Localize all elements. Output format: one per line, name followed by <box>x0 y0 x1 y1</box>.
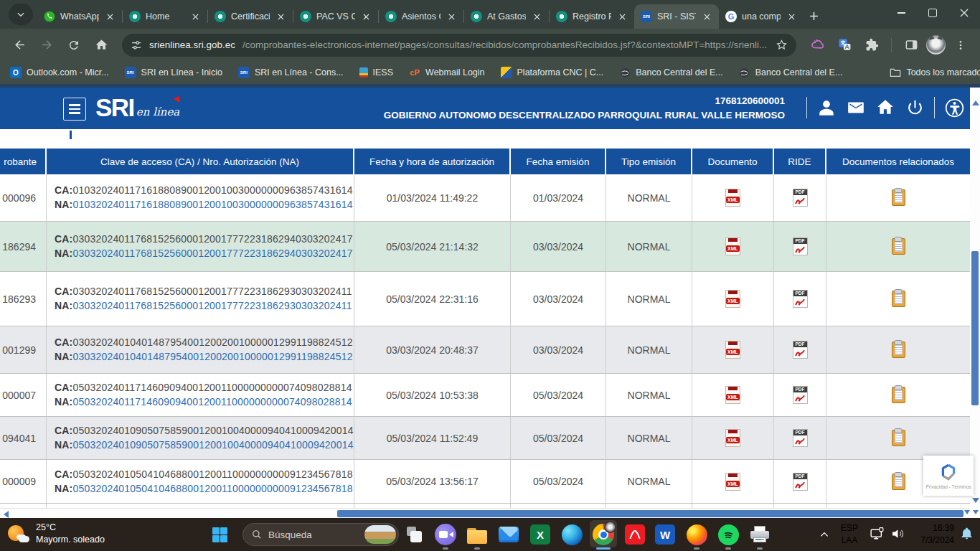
user-profile-icon[interactable] <box>816 98 837 118</box>
bookmark-star-icon[interactable] <box>776 39 788 51</box>
menu-hamburger-button[interactable] <box>63 98 86 121</box>
app-printer-icon[interactable] <box>749 524 771 545</box>
app-file-explorer-icon[interactable] <box>466 524 488 545</box>
numero-autorizacion-link[interactable]: NA:0503202401090507585900120010040000940… <box>55 438 354 452</box>
app-firefox-icon[interactable] <box>686 524 707 545</box>
xml-download-icon[interactable]: XML <box>725 237 740 255</box>
col-header-tipo-emision[interactable]: Tipo emisión <box>606 149 692 174</box>
app-word-icon[interactable]: W <box>654 524 676 545</box>
network-icon[interactable] <box>870 527 885 541</box>
horizontal-scrollbar[interactable] <box>0 508 970 518</box>
all-bookmarks-button[interactable]: Todos los marcadores <box>890 67 980 77</box>
scroll-up-arrow[interactable] <box>972 100 979 105</box>
pdf-ride-icon[interactable]: PDF <box>793 386 808 404</box>
xml-download-icon[interactable]: XML <box>725 429 740 447</box>
scroll-down-arrow[interactable] <box>972 498 979 503</box>
logout-power-icon[interactable] <box>905 98 925 118</box>
related-documents-icon[interactable] <box>892 291 905 307</box>
pdf-ride-icon[interactable]: PDF <box>793 189 808 207</box>
bookmark-sri-consultas[interactable]: SRISRI en Línea - Cons... <box>238 67 344 78</box>
col-header-relacionados[interactable]: Documentos relacionados <box>826 149 970 174</box>
taskbar-search-box[interactable]: Búsqueda <box>242 523 399 546</box>
numero-autorizacion-link[interactable]: NA:0303202401176815256000120017772231862… <box>55 247 353 260</box>
app-excel-icon[interactable]: X <box>529 524 551 545</box>
accessibility-icon[interactable] <box>944 98 964 118</box>
profile-avatar[interactable] <box>926 35 946 55</box>
related-documents-icon[interactable] <box>892 474 905 490</box>
tab-close-button[interactable] <box>189 11 201 22</box>
bookmark-outlook[interactable]: OOutlook.com - Micr... <box>10 67 109 78</box>
browser-tab-whatsapp[interactable]: WhatsApp <box>37 4 122 29</box>
tab-close-button[interactable] <box>531 11 542 22</box>
app-acrobat-icon[interactable] <box>624 524 646 545</box>
app-mail-icon[interactable] <box>498 524 519 545</box>
app-meet-icon[interactable] <box>435 524 456 545</box>
new-tab-button[interactable] <box>804 6 824 26</box>
xml-download-icon[interactable]: XML <box>725 473 740 491</box>
tray-language-indicator[interactable]: ESP LAA <box>841 522 858 547</box>
browser-tab-registro[interactable]: Registro P <box>550 4 634 29</box>
pdf-ride-icon[interactable]: PDF <box>793 237 808 255</box>
app-edge-icon[interactable] <box>561 524 583 545</box>
window-minimize-button[interactable] <box>885 0 917 26</box>
home-button[interactable] <box>89 33 113 57</box>
window-close-button[interactable] <box>948 0 980 26</box>
horizontal-scrollbar-thumb[interactable] <box>337 510 963 517</box>
browser-tab-sri-active[interactable]: SRI SRI - SISTE <box>634 4 719 29</box>
scroll-left-arrow[interactable] <box>4 511 9 518</box>
numero-autorizacion-link[interactable]: NA:0103202401171618808900120010030000000… <box>55 198 353 212</box>
search-highlight-image[interactable] <box>364 525 396 544</box>
sri-logo[interactable]: SRI en línea <box>95 92 179 123</box>
related-documents-icon[interactable] <box>892 238 905 255</box>
tab-close-button[interactable] <box>786 11 797 22</box>
col-header-ride[interactable]: RIDE <box>774 149 826 174</box>
browser-tab-gastos[interactable]: At Gastos <box>464 4 549 29</box>
numero-autorizacion-link[interactable]: NA:0303202401040148795400120020010000012… <box>55 350 353 364</box>
back-button[interactable] <box>7 33 32 57</box>
pdf-ride-icon[interactable]: PDF <box>793 473 808 491</box>
bookmark-webmail[interactable]: cPWebmail Login <box>409 67 484 78</box>
xml-download-icon[interactable]: XML <box>725 341 740 359</box>
browser-tab-asientos[interactable]: Asientos C <box>379 4 463 29</box>
address-bar[interactable]: srienlinea.sri.gob.ec/comprobantes-elect… <box>122 34 796 57</box>
mail-icon[interactable] <box>846 98 866 118</box>
volume-icon[interactable] <box>890 527 905 541</box>
bookmark-sri-inicio[interactable]: SRISRI en Línea - Inicio <box>125 67 222 78</box>
tray-clock[interactable]: 16:39 7/3/2024 <box>908 522 954 547</box>
recaptcha-badge[interactable]: Privacidad - Términos <box>923 456 974 496</box>
home-icon[interactable] <box>875 98 895 118</box>
notification-bell-icon[interactable] <box>960 527 974 543</box>
col-header-documento[interactable]: Documento <box>692 149 774 174</box>
task-view-button[interactable] <box>403 524 425 545</box>
recaptcha-privacy-label[interactable]: Privacidad - Términos <box>925 484 971 489</box>
tab-close-button[interactable] <box>275 11 286 22</box>
browser-tab-home[interactable]: Home <box>123 4 207 29</box>
reload-button[interactable] <box>62 33 86 57</box>
col-header-clave[interactable]: Clave de acceso (CA) / Nro. Autorización… <box>47 149 354 174</box>
numero-autorizacion-link[interactable]: NA:0503202401050410468800120011000000000… <box>55 482 353 496</box>
window-maximize-button[interactable] <box>917 0 948 26</box>
browser-tab-pac[interactable]: PAC VS CE <box>293 4 378 29</box>
tab-search-button[interactable] <box>9 4 33 25</box>
pdf-ride-icon[interactable]: PDF <box>793 290 808 308</box>
tray-expand-chevron[interactable] <box>819 529 829 542</box>
tray-system-icons[interactable] <box>870 527 905 541</box>
numero-autorizacion-link[interactable]: NA:0503202401171460909400120011000000000… <box>55 395 352 409</box>
start-button[interactable] <box>212 527 227 542</box>
forward-button[interactable] <box>34 33 59 57</box>
side-panel-icon[interactable] <box>899 33 923 57</box>
bookmark-banco-central-1[interactable]: Banco Central del E... <box>619 67 723 78</box>
related-documents-icon[interactable] <box>892 430 905 446</box>
related-documents-icon[interactable] <box>892 342 905 358</box>
vertical-scrollbar-thumb[interactable] <box>971 251 979 405</box>
related-documents-icon[interactable] <box>892 189 905 206</box>
col-header-comprobante[interactable]: robante <box>0 149 47 174</box>
col-header-fecha-emision[interactable]: Fecha emisión <box>511 149 606 174</box>
bookmark-banco-central-2[interactable]: Banco Central del E... <box>739 67 843 78</box>
pdf-ride-icon[interactable]: PDF <box>793 429 808 447</box>
numero-autorizacion-link[interactable]: NA:0303202401176815256000120017772231862… <box>55 299 352 313</box>
google-translate-icon[interactable] <box>832 33 857 57</box>
col-header-fecha-autorizacion[interactable]: Fecha y hora de autorización <box>354 149 511 174</box>
related-documents-icon[interactable] <box>892 387 905 403</box>
pdf-ride-icon[interactable]: PDF <box>793 341 808 359</box>
